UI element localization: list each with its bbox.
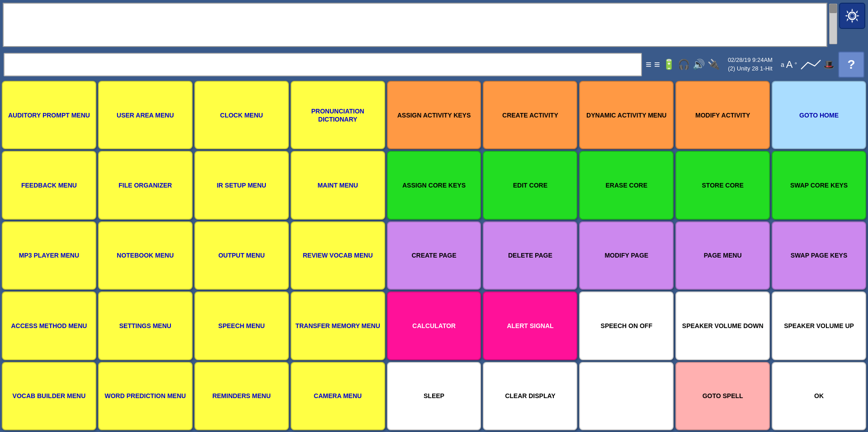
text-input[interactable] [4,53,642,76]
scrollbar[interactable] [829,4,837,44]
key-btn-2-7[interactable]: PAGE MENU [675,221,770,290]
key-btn-3-3[interactable]: TRANSFER MEMORY MENU [291,291,385,360]
key-btn-2-1[interactable]: NOTEBOOK MENU [98,221,193,290]
key-btn-4-2[interactable]: REMINDERS MENU [194,362,289,430]
key-btn-0-7[interactable]: MODIFY ACTIVITY [675,81,770,149]
help-label: ? [847,57,855,72]
key-btn-3-5[interactable]: ALERT SIGNAL [483,291,577,360]
key-btn-1-4[interactable]: ASSIGN CORE KEYS [387,151,481,219]
key-btn-1-7[interactable]: STORE CORE [675,151,770,219]
key-btn-3-6[interactable]: SPEECH ON OFF [579,291,674,360]
font-controls: a A ° 🎩 [781,58,835,71]
status-bar: ≡ ≡ 🔋 🎧 🔊 🔌 02/28/19 9:24AM (2) Unity 28… [0,50,868,79]
chart-icon [799,58,821,71]
key-btn-1-0[interactable]: FEEDBACK MENU [2,151,96,219]
plug-icon: 🔌 [708,59,720,70]
key-btn-4-3[interactable]: CAMERA MENU [291,362,385,430]
display-area [3,3,827,47]
device-info: (2) Unity 28 1-Hit [728,65,773,73]
key-grid: AUDITORY PROMPT MENUUSER AREA MENUCLOCK … [0,79,868,432]
help-button[interactable]: ? [838,52,864,78]
key-btn-2-8[interactable]: SWAP PAGE KEYS [772,221,866,290]
key-btn-0-4[interactable]: ASSIGN ACTIVITY KEYS [387,81,481,149]
key-btn-3-0[interactable]: ACCESS METHOD MENU [2,291,96,360]
key-btn-1-6[interactable]: ERASE CORE [579,151,674,219]
speaker-icon: 🔊 [693,59,705,70]
lines-icon: ≡ [646,59,651,70]
key-btn-4-0[interactable]: VOCAB BUILDER MENU [2,362,96,430]
key-btn-3-1[interactable]: SETTINGS MENU [98,291,193,360]
key-btn-3-4[interactable]: CALCULATOR [387,291,481,360]
key-btn-2-3[interactable]: REVIEW VOCAB MENU [291,221,385,290]
key-btn-2-5[interactable]: DELETE PAGE [483,221,577,290]
svg-point-2 [850,14,854,18]
key-btn-1-5[interactable]: EDIT CORE [483,151,577,219]
key-btn-1-3[interactable]: MAINT MENU [291,151,385,219]
battery-icon: 🔋 [663,59,675,70]
key-btn-2-2[interactable]: OUTPUT MENU [194,221,289,290]
key-btn-3-8[interactable]: SPEAKER VOLUME UP [772,291,866,360]
headphone-icon: 🎧 [678,59,690,70]
hat-icon: 🎩 [823,59,835,70]
key-btn-3-7[interactable]: SPEAKER VOLUME DOWN [675,291,770,360]
key-btn-1-1[interactable]: FILE ORGANIZER [98,151,193,219]
key-btn-0-2[interactable]: CLOCK MENU [194,81,289,149]
status-icons: ≡ ≡ 🔋 🎧 🔊 🔌 [646,59,720,70]
key-btn-2-4[interactable]: CREATE PAGE [387,221,481,290]
key-btn-4-7[interactable]: GOTO SPELL [675,362,770,430]
key-btn-4-6[interactable] [579,362,674,430]
font-a-large[interactable]: A [786,59,793,70]
key-btn-4-4[interactable]: SLEEP [387,362,481,430]
key-btn-4-1[interactable]: WORD PREDICTION MENU [98,362,193,430]
key-btn-0-5[interactable]: CREATE ACTIVITY [483,81,577,149]
key-btn-0-3[interactable]: PRONUNCIATION DICTIONARY [291,81,385,149]
key-btn-4-5[interactable]: CLEAR DISPLAY [483,362,577,430]
key-btn-0-1[interactable]: USER AREA MENU [98,81,193,149]
degree-symbol: ° [794,61,797,68]
font-a-small[interactable]: a [781,61,784,68]
key-btn-2-6[interactable]: MODIFY PAGE [579,221,674,290]
top-bar [0,0,868,50]
status-info: 02/28/19 9:24AM (2) Unity 28 1-Hit [723,56,777,72]
key-btn-3-2[interactable]: SPEECH MENU [194,291,289,360]
datetime: 02/28/19 9:24AM [728,56,773,64]
key-btn-0-0[interactable]: AUDITORY PROMPT MENU [2,81,96,149]
settings-button[interactable] [839,3,865,29]
key-btn-0-6[interactable]: DYNAMIC ACTIVITY MENU [579,81,674,149]
key-btn-0-8[interactable]: GOTO HOME [772,81,866,149]
key-btn-1-8[interactable]: SWAP CORE KEYS [772,151,866,219]
key-btn-2-0[interactable]: MP3 PLAYER MENU [2,221,96,290]
key-btn-4-8[interactable]: OK [772,362,866,430]
lines2-icon: ≡ [654,59,660,70]
key-btn-1-2[interactable]: IR SETUP MENU [194,151,289,219]
